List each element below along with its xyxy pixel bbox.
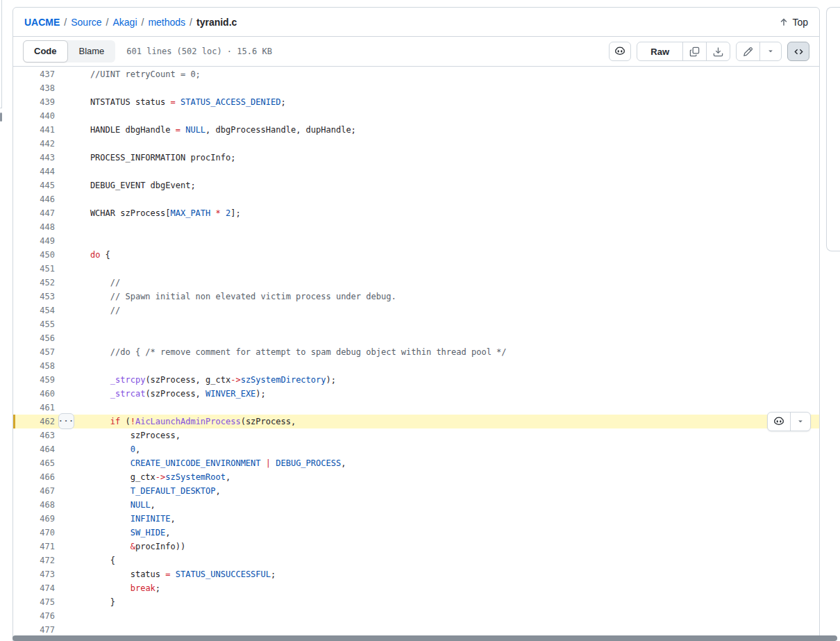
line-number[interactable]: 466 bbox=[13, 470, 55, 484]
code-token bbox=[70, 528, 131, 538]
breadcrumb-link-source[interactable]: Source bbox=[71, 17, 101, 28]
line-number[interactable]: 467 bbox=[13, 484, 55, 498]
code-token bbox=[70, 500, 131, 510]
copilot-button[interactable] bbox=[609, 42, 631, 61]
code-line-text: PROCESS_INFORMATION procInfo; bbox=[55, 151, 235, 165]
line-number[interactable]: 459 bbox=[13, 373, 55, 387]
code-token: //UINT retryCount = 0; bbox=[70, 69, 201, 79]
raw-button[interactable]: Raw bbox=[637, 42, 682, 60]
code-row: 457 //do { /* remove comment for attempt… bbox=[13, 345, 819, 359]
line-number[interactable]: 453 bbox=[13, 290, 55, 303]
code-token bbox=[70, 583, 131, 593]
line-number[interactable]: 475 bbox=[13, 595, 55, 609]
line-number[interactable]: 443 bbox=[13, 151, 55, 165]
arrow-up-icon bbox=[779, 17, 789, 27]
copy-raw-button[interactable] bbox=[682, 42, 706, 60]
code-row: 464 0, bbox=[13, 442, 819, 456]
code-token: (szProcess, g_ctx bbox=[145, 375, 230, 385]
line-number[interactable]: 461 bbox=[13, 401, 55, 415]
line-number[interactable]: 455 bbox=[13, 317, 55, 331]
code-line-text bbox=[55, 401, 70, 415]
tab-blame[interactable]: Blame bbox=[68, 40, 116, 63]
breadcrumb-link-akagi[interactable]: Akagi bbox=[112, 17, 137, 28]
line-number[interactable]: 474 bbox=[13, 581, 55, 595]
line-number[interactable]: 463 bbox=[13, 428, 55, 442]
code-line-text bbox=[55, 623, 70, 637]
line-number[interactable]: 458 bbox=[13, 359, 55, 373]
line-number[interactable]: 473 bbox=[13, 567, 55, 581]
line-number[interactable]: 462 bbox=[13, 415, 55, 428]
code-line-text bbox=[55, 609, 70, 623]
line-number[interactable]: 465 bbox=[13, 456, 55, 470]
edit-button[interactable] bbox=[737, 42, 759, 60]
file-view-container: UACME/Source/Akagi/methods/tyranid.c Top… bbox=[12, 7, 820, 641]
code-row: 444 bbox=[13, 165, 819, 178]
line-number[interactable]: 454 bbox=[13, 303, 55, 317]
code-line-text: NULL, bbox=[55, 498, 156, 512]
code-row: 470 SW_HIDE, bbox=[13, 526, 819, 540]
code-row: 442 bbox=[13, 137, 819, 151]
code-line-text bbox=[55, 220, 70, 234]
download-button[interactable] bbox=[706, 42, 730, 60]
line-number[interactable]: 440 bbox=[13, 109, 55, 123]
breadcrumb-separator: / bbox=[106, 17, 109, 28]
line-number[interactable]: 472 bbox=[13, 553, 55, 567]
line-expand-menu-button[interactable]: ··· bbox=[58, 413, 74, 429]
line-number[interactable]: 460 bbox=[13, 387, 55, 401]
line-number[interactable]: 446 bbox=[13, 192, 55, 206]
line-number[interactable]: 469 bbox=[13, 512, 55, 526]
code-token: // bbox=[70, 278, 120, 288]
code-row: 445 DEBUG_EVENT dbgEvent; bbox=[13, 178, 819, 192]
line-number[interactable]: 471 bbox=[13, 540, 55, 553]
code-token bbox=[70, 444, 131, 454]
line-number[interactable]: 452 bbox=[13, 276, 55, 290]
line-number[interactable]: 448 bbox=[13, 220, 55, 234]
line-number[interactable]: 442 bbox=[13, 137, 55, 151]
line-number[interactable]: 441 bbox=[13, 123, 55, 137]
code-token: do bbox=[90, 250, 100, 260]
code-line-text bbox=[55, 137, 70, 151]
line-number[interactable]: 444 bbox=[13, 165, 55, 178]
line-number[interactable]: 451 bbox=[13, 262, 55, 276]
line-number[interactable]: 447 bbox=[13, 206, 55, 220]
raw-button-label: Raw bbox=[644, 47, 676, 57]
breadcrumb-separator: / bbox=[64, 17, 67, 28]
back-to-top-link[interactable]: Top bbox=[779, 17, 808, 28]
line-number[interactable]: 470 bbox=[13, 526, 55, 540]
line-number[interactable]: 477 bbox=[13, 623, 55, 637]
code-token: STATUS_ACCESS_DENIED bbox=[180, 97, 281, 107]
code-token: // bbox=[70, 306, 120, 315]
edit-dropdown-button[interactable] bbox=[759, 42, 781, 60]
copilot-icon bbox=[614, 46, 625, 57]
line-copilot-button[interactable] bbox=[768, 413, 790, 431]
line-number[interactable]: 464 bbox=[13, 442, 55, 456]
code-token bbox=[210, 208, 215, 218]
line-number[interactable]: 439 bbox=[13, 95, 55, 109]
symbols-panel-toggle[interactable] bbox=[787, 42, 809, 61]
code-token: STATUS_UNSUCCESSFUL bbox=[176, 569, 271, 579]
line-number[interactable]: 456 bbox=[13, 331, 55, 345]
breadcrumb-link-methods[interactable]: methods bbox=[148, 17, 185, 28]
line-number[interactable]: 438 bbox=[13, 81, 55, 95]
line-number[interactable]: 476 bbox=[13, 609, 55, 623]
breadcrumb-link-uacme[interactable]: UACME bbox=[24, 17, 60, 28]
sidebar-scrollbar-thumb[interactable] bbox=[0, 113, 2, 122]
code-row: 443 PROCESS_INFORMATION procInfo; bbox=[13, 151, 819, 165]
code-row: 469 INFINITE, bbox=[13, 512, 819, 526]
line-copilot-dropdown[interactable] bbox=[790, 413, 810, 431]
code-token: { bbox=[70, 556, 115, 565]
line-number[interactable]: 457 bbox=[13, 345, 55, 359]
line-number[interactable]: 449 bbox=[13, 234, 55, 248]
code-symbols-icon bbox=[793, 47, 804, 57]
tab-code[interactable]: Code bbox=[23, 40, 68, 63]
code-line-text: //do { /* remove comment for attempt to … bbox=[55, 345, 507, 359]
horizontal-scrollbar-thumb[interactable] bbox=[12, 635, 837, 641]
pencil-icon bbox=[743, 47, 753, 57]
line-number[interactable]: 468 bbox=[13, 498, 55, 512]
line-number[interactable]: 450 bbox=[13, 248, 55, 262]
code-token: = bbox=[176, 125, 180, 135]
line-number[interactable]: 437 bbox=[13, 67, 55, 81]
line-number[interactable]: 445 bbox=[13, 178, 55, 192]
code-line-text: DEBUG_EVENT dbgEvent; bbox=[55, 178, 196, 192]
code-line-text: szProcess, bbox=[55, 428, 180, 442]
